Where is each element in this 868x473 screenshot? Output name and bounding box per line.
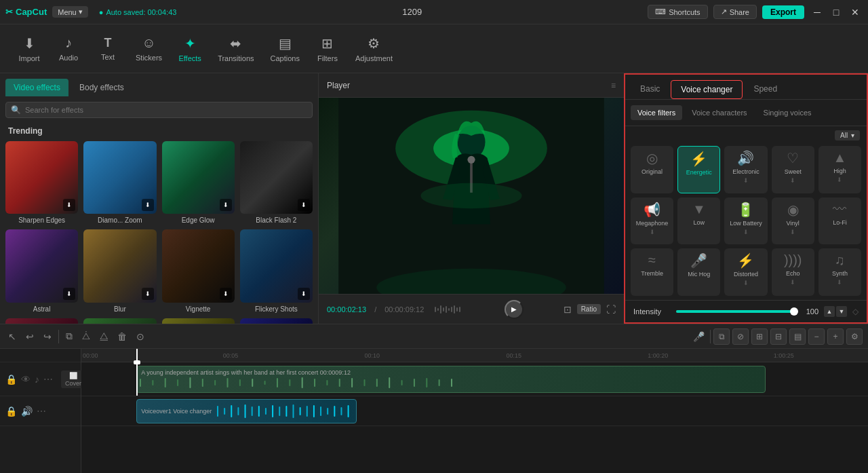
effect-item-e4[interactable]: ⬇ — [5, 318, 78, 324]
intensity-up-button[interactable]: ▲ — [824, 306, 835, 317]
search-input[interactable] — [5, 102, 313, 118]
voice-item-megaphone[interactable]: 📢 Megaphone ⬇ — [631, 197, 673, 245]
time-mark-20: 1:00:20 — [648, 352, 668, 359]
tool-import[interactable]: ⬇ Import — [11, 31, 47, 67]
effect-item-edge[interactable]: ⬇ Edge Glow — [162, 141, 235, 224]
keyframe-button[interactable]: ◇ — [852, 307, 859, 316]
tab-video-effects[interactable]: Video effects — [5, 79, 68, 96]
project-title: 1209 — [182, 7, 642, 17]
redo-button[interactable]: ↪ — [41, 330, 54, 343]
voice-item-lo-fi[interactable]: 〰 Lo-Fi — [818, 197, 861, 245]
singing-voices-label: Singing voices — [764, 109, 812, 117]
voice-item-electronic[interactable]: 🔊 Electronic ⬇ — [724, 146, 767, 193]
voice-item-low[interactable]: ▼ Low — [677, 197, 720, 245]
voice-vinyl-icon: ◉ — [787, 202, 799, 218]
video-clip[interactable]: A young independent artist sings with he… — [136, 366, 766, 393]
effect-item-astral[interactable]: ⬇ Astral — [5, 229, 78, 312]
voice-item-low-battery[interactable]: 🔋 Low Battery ⬇ — [724, 197, 767, 245]
voice-item-sweet[interactable]: ♡ Sweet ⬇ — [772, 146, 814, 193]
freeze-button[interactable]: ⊙ — [134, 330, 147, 343]
subtab-voice-characters[interactable]: Voice characters — [685, 105, 753, 120]
maximize-button[interactable]: □ — [829, 5, 844, 20]
clip-label: A young independent artist sings with he… — [137, 369, 765, 376]
download-icon: ⬇ — [298, 288, 310, 300]
fullscreen-button[interactable]: ⛶ — [606, 304, 616, 315]
voice-item-energetic[interactable]: ⚡ Energetic — [677, 146, 720, 193]
time-total: 00:00:09:12 — [384, 305, 424, 314]
effect-item-diamond[interactable]: ⬇ Diamo... Zoom — [83, 141, 156, 224]
effect-item-flickery[interactable]: ⬇ Flickery Shots — [240, 229, 313, 312]
voice-item-synth[interactable]: ♫ Synth ⬇ — [818, 248, 861, 296]
tool-effects[interactable]: ✦ Effects — [172, 31, 208, 67]
ratio-button[interactable]: Ratio — [577, 304, 601, 314]
timeline-right-controls: 🎤 ⧉ ⊘ ⊞ ⊟ ▤ − + ⚙ — [690, 328, 863, 345]
svg-rect-20 — [165, 378, 166, 387]
voiceover-clip[interactable]: Voiceover1 Voice changer — [136, 399, 357, 423]
tool-filters[interactable]: ⊞ Filters — [309, 31, 346, 67]
play-button[interactable]: ▶ — [505, 300, 524, 319]
intensity-down-button[interactable]: ▼ — [836, 306, 847, 317]
intensity-thumb[interactable] — [790, 307, 798, 316]
undo-button[interactable]: ↩ — [23, 330, 37, 343]
player-menu-icon[interactable]: ≡ — [611, 81, 616, 90]
zoom-in-button[interactable]: + — [827, 328, 844, 345]
delete-button[interactable]: 🗑 — [115, 330, 130, 343]
player-header: Player ≡ — [319, 73, 624, 98]
caption-track-button[interactable]: ▤ — [789, 328, 806, 345]
tool-stickers[interactable]: ☺ Stickers — [129, 31, 169, 66]
effect-item-vignette[interactable]: ⬇ Vignette — [162, 229, 235, 312]
split-right-button[interactable]: ⊟ — [770, 328, 787, 345]
tool-text-label: Text — [101, 53, 115, 61]
share-button[interactable]: ↗ Share — [713, 5, 757, 19]
merge-button[interactable]: ⊞ — [751, 328, 768, 345]
voice-item-echo[interactable]: )))) Echo ⬇ — [772, 248, 814, 296]
subtab-voice-filters[interactable]: Voice filters — [631, 105, 682, 120]
effect-item-flash[interactable]: ⬇ Black Flash 2 — [240, 141, 313, 224]
subtab-singing-voices[interactable]: Singing voices — [757, 105, 818, 120]
cursor-tool-button[interactable]: ↖ — [5, 330, 19, 343]
menu-button[interactable]: Menu ▾ — [52, 6, 88, 18]
close-button[interactable]: ✕ — [848, 5, 863, 20]
shortcuts-button[interactable]: ⌨ Shortcuts — [648, 5, 707, 19]
export-button[interactable]: Export — [762, 5, 804, 19]
voice-item-tremble[interactable]: ≈ Tremble — [631, 248, 673, 296]
tab-speed[interactable]: Speed — [744, 80, 787, 99]
tool-captions[interactable]: ▤ Captions — [264, 31, 307, 67]
track-more-icon-2[interactable]: ⋯ — [37, 406, 46, 417]
tool-transitions[interactable]: ⬌ Transitions — [211, 31, 260, 67]
voice-item-mic-hog[interactable]: 🎤 Mic Hog — [677, 248, 720, 296]
effect-item-e5[interactable]: ⬇ — [83, 318, 156, 324]
tool-text[interactable]: T Text — [90, 32, 126, 65]
effect-item-sharpen[interactable]: ⬇ Sharpen Edges — [5, 141, 78, 224]
search-bar: 🔍 — [0, 96, 318, 124]
trim-button[interactable]: ⧊ — [79, 329, 93, 343]
voice-item-original[interactable]: ◎ Original — [631, 146, 673, 193]
effect-item-blur[interactable]: ⬇ Blur — [83, 229, 156, 312]
link-button[interactable]: ⧉ — [713, 328, 730, 345]
crop-button[interactable]: ⊡ — [564, 304, 572, 315]
zoom-out-button[interactable]: − — [808, 328, 825, 345]
crop-timeline-button[interactable]: ⧋ — [97, 329, 111, 343]
tool-adjustment[interactable]: ⚙ Adjustment — [349, 31, 399, 67]
voice-item-distorted[interactable]: ⚡ Distorted ⬇ — [724, 248, 767, 296]
effect-thumb-e4: ⬇ — [5, 318, 78, 324]
tab-body-effects[interactable]: Body effects — [71, 79, 132, 96]
effect-item-e6[interactable]: ⬇ — [162, 318, 235, 324]
tool-audio[interactable]: ♪ Audio — [50, 31, 87, 66]
effect-item-e7[interactable]: ⬇ — [240, 318, 313, 324]
unlink-button[interactable]: ⊘ — [732, 328, 749, 345]
tab-basic[interactable]: Basic — [631, 80, 669, 99]
player-title: Player — [327, 81, 350, 90]
intensity-slider[interactable] — [676, 310, 794, 313]
tab-voice-changer[interactable]: Voice changer — [671, 80, 743, 99]
all-filter-button[interactable]: All ▾ — [835, 130, 860, 140]
mic-button[interactable]: 🎤 — [690, 330, 707, 343]
svg-rect-9 — [437, 308, 439, 311]
settings-button[interactable]: ⚙ — [846, 328, 863, 345]
split-button[interactable]: ⧉ — [63, 329, 75, 343]
voice-item-high[interactable]: ▲ High ⬇ — [818, 146, 861, 193]
minimize-button[interactable]: ─ — [810, 5, 825, 20]
voice-item-vinyl[interactable]: ◉ Vinyl ⬇ — [772, 197, 814, 245]
effect-name-vignette: Vignette — [186, 305, 211, 313]
track-more-icon[interactable]: ⋯ — [43, 374, 53, 385]
